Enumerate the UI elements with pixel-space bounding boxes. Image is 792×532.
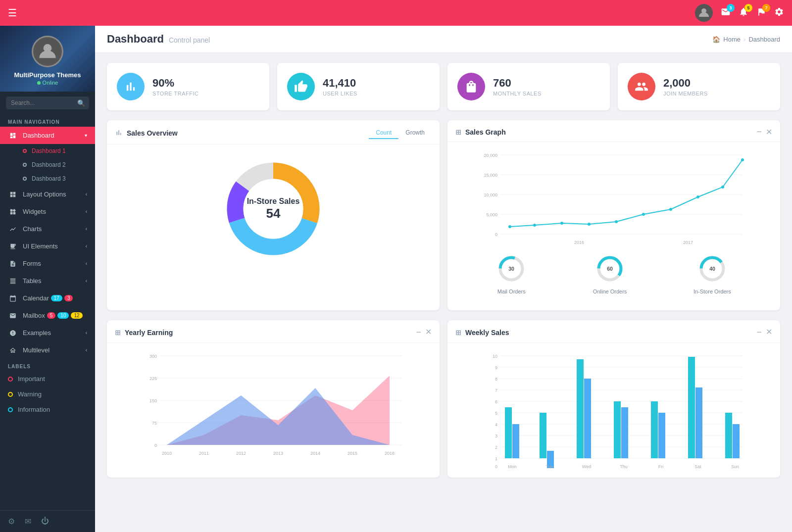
bar-mon-teal xyxy=(505,407,512,458)
svg-point-27 xyxy=(696,195,699,198)
sidebar-item-calendar[interactable]: Calendar 17 3 xyxy=(0,290,95,307)
calendar-badge1: 17 xyxy=(51,295,62,301)
mailbox-badge3: 12 xyxy=(71,312,82,319)
yearly-close[interactable]: ✕ xyxy=(425,327,432,338)
sidebar-item-dashboard1[interactable]: Dashboard 1 xyxy=(0,144,95,158)
svg-text:20,000: 20,000 xyxy=(484,153,497,158)
bottom-row: ⊞ Yearly Earning − ✕ xyxy=(107,320,780,478)
svg-text:Fri: Fri xyxy=(658,464,664,469)
svg-text:60: 60 xyxy=(607,266,613,272)
sales-graph-title: ⊞ Sales Graph xyxy=(455,128,506,136)
mail-button[interactable]: 3 xyxy=(721,7,731,19)
sidebar-mail-icon[interactable]: ✉ xyxy=(25,517,31,526)
donut-center: In-Store Sales 54 xyxy=(247,197,300,221)
breadcrumb-current: Dashboard xyxy=(748,36,780,43)
examples-label: Examples xyxy=(23,329,51,337)
svg-point-28 xyxy=(721,186,724,189)
home-icon: 🏠 xyxy=(712,36,720,43)
grid-icon3: ⊞ xyxy=(455,329,461,337)
svg-text:3: 3 xyxy=(495,434,497,438)
svg-text:2: 2 xyxy=(495,445,497,450)
weekly-body: 10 9 8 7 6 5 4 3 2 1 0 xyxy=(447,343,780,478)
bar-thu-blue xyxy=(621,407,628,458)
bar-tue-teal xyxy=(540,413,546,458)
yearly-body: 300 225 150 75 0 2010 2011 2012 2013 201… xyxy=(107,343,440,468)
sidebar-power-icon[interactable]: ⏻ xyxy=(41,517,49,526)
sidebar-item-examples[interactable]: Examples ‹ xyxy=(0,324,95,341)
bar-sun-teal xyxy=(725,413,732,458)
svg-text:30: 30 xyxy=(508,266,514,272)
label-warning[interactable]: Warning xyxy=(0,387,95,402)
yearly-minimize[interactable]: − xyxy=(416,327,421,338)
sidebar-settings-icon[interactable]: ⚙ xyxy=(8,517,15,526)
sidebar-item-charts[interactable]: Charts ‹ xyxy=(0,220,95,238)
user-avatar-button[interactable] xyxy=(695,4,713,22)
flag-button[interactable]: 7 xyxy=(756,7,766,19)
notifications-badge: 5 xyxy=(744,4,752,12)
svg-text:2015: 2015 xyxy=(347,451,357,456)
notifications-button[interactable]: 5 xyxy=(739,7,748,19)
sidebar-item-dashboard2[interactable]: Dashboard 2 xyxy=(0,158,95,172)
svg-text:Sat: Sat xyxy=(694,464,701,469)
weekly-sales-card: ⊞ Weekly Sales − ✕ xyxy=(447,320,780,478)
svg-text:2011: 2011 xyxy=(199,451,209,456)
weekly-minimize[interactable]: − xyxy=(756,327,762,338)
charts-label: Charts xyxy=(23,225,42,233)
mail-badge: 3 xyxy=(727,4,735,12)
stat-card-sales: 760 MONTHLY SALES xyxy=(447,63,610,110)
sidebar-item-ui[interactable]: UI Elements ‹ xyxy=(0,238,95,255)
weekly-sales-title: ⊞ Weekly Sales xyxy=(455,329,509,337)
sidebar-item-layout[interactable]: Layout Options ‹ xyxy=(0,186,95,203)
svg-text:2014: 2014 xyxy=(310,451,320,456)
svg-text:0: 0 xyxy=(495,232,497,237)
svg-text:Sun: Sun xyxy=(731,464,739,469)
mini-circles: 30 Mail Orders 60 xyxy=(455,249,772,302)
svg-text:8: 8 xyxy=(495,377,497,382)
label-information[interactable]: Information xyxy=(0,402,95,417)
bar-sat-teal xyxy=(688,357,695,458)
bar-sat-blue xyxy=(695,387,702,458)
weekly-close[interactable]: ✕ xyxy=(766,327,772,338)
sidebar-item-multilevel[interactable]: Multilevel ‹ xyxy=(0,341,95,359)
forms-arrow: ‹ xyxy=(86,261,87,266)
settings-button[interactable] xyxy=(774,7,784,19)
sidebar-item-widgets[interactable]: Widgets ‹ xyxy=(0,203,95,220)
svg-text:2012: 2012 xyxy=(236,451,246,456)
search-input[interactable] xyxy=(6,97,89,109)
sidebar-item-dashboard3[interactable]: Dashboard 3 xyxy=(0,172,95,186)
hamburger-button[interactable]: ☰ xyxy=(8,7,17,19)
tab-count[interactable]: Count xyxy=(369,127,398,139)
sales-label: MONTHLY SALES xyxy=(493,91,542,97)
examples-icon xyxy=(8,330,18,337)
sidebar-item-forms[interactable]: Forms ‹ xyxy=(0,255,95,272)
bar-wed-blue xyxy=(584,379,591,458)
layout-label: Layout Options xyxy=(23,191,66,198)
calendar-badge2: 3 xyxy=(64,295,73,301)
label-important[interactable]: Important xyxy=(0,371,95,387)
dash2-circle xyxy=(23,163,27,167)
sidebar-item-dashboard[interactable]: Dashboard ▾ xyxy=(0,127,95,144)
minimize-button[interactable]: − xyxy=(756,127,762,137)
breadcrumb: 🏠 Home › Dashboard xyxy=(712,36,780,43)
sidebar-item-mailbox[interactable]: Mailbox 5 10 12 xyxy=(0,307,95,324)
forms-icon xyxy=(8,260,18,267)
traffic-label: STORE TRAFFIC xyxy=(152,91,199,97)
search-icon: 🔍 xyxy=(77,99,85,107)
svg-text:15,000: 15,000 xyxy=(484,173,497,178)
close-button[interactable]: ✕ xyxy=(766,127,772,137)
forms-label: Forms xyxy=(23,260,41,267)
breadcrumb-home[interactable]: Home xyxy=(723,36,741,43)
svg-text:2013: 2013 xyxy=(273,451,283,456)
online-orders-circle: 60 Online Orders xyxy=(593,254,627,294)
tab-growth[interactable]: Growth xyxy=(398,127,432,139)
svg-text:9: 9 xyxy=(495,365,497,370)
examples-arrow: ‹ xyxy=(86,330,87,336)
tables-arrow: ‹ xyxy=(86,278,87,284)
svg-point-26 xyxy=(669,208,672,211)
dash3-circle xyxy=(23,177,27,181)
instore-orders-circle: 40 In-Store Orders xyxy=(693,254,731,294)
svg-point-25 xyxy=(642,213,645,216)
svg-text:10: 10 xyxy=(493,354,497,359)
sidebar-item-tables[interactable]: Tables ‹ xyxy=(0,272,95,290)
profile-name: MultiPurpose Themes xyxy=(8,71,87,79)
